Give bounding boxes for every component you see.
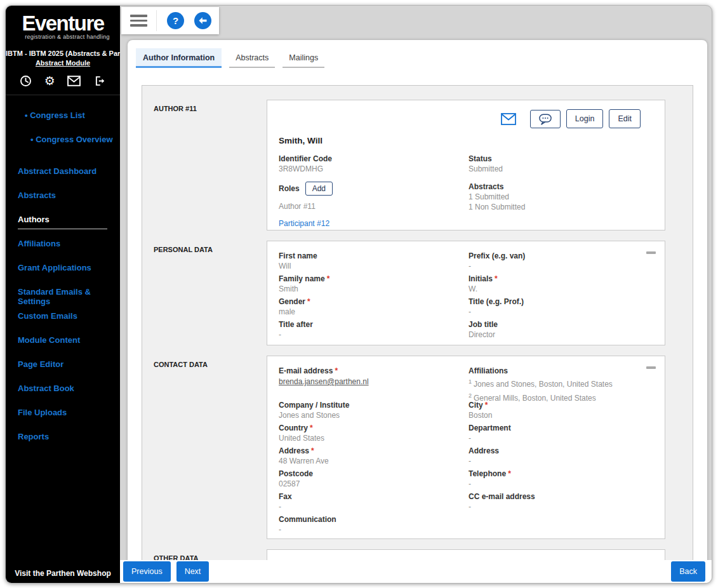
required-asterisk: * [335, 366, 338, 375]
field-country: Country* United States [279, 424, 469, 446]
tab-author-information[interactable]: Author Information [136, 48, 222, 68]
abstracts-label: Abstracts [469, 182, 653, 191]
section-heading-contact: CONTACT DATA [142, 356, 267, 539]
toolbar-divider [156, 10, 157, 31]
email-link[interactable]: brenda.jansen@parthen.nl [279, 377, 369, 386]
field-gender: Gender* male [279, 297, 469, 320]
field-cc-email: CC e-mail address* - [469, 492, 653, 515]
field-city: City* Boston [469, 401, 653, 424]
role-author-value: Author #11 [279, 202, 469, 211]
form-sections: AUTHOR #11 [142, 85, 693, 583]
contact-data-card: E-mail address* brenda.jansen@parthen.nl… [267, 356, 665, 539]
add-role-button[interactable]: Add [305, 182, 333, 196]
sidebar-item-authors[interactable]: Authors [6, 215, 120, 239]
affiliation-entry: 1Jones and Stones, Boston, United States [469, 377, 653, 389]
sidebar-item-module-content[interactable]: Module Content [6, 335, 120, 359]
app-window: Eventure registration & abstract handlin… [0, 0, 718, 588]
field-address: Address* 48 Warren Ave [279, 446, 469, 469]
field-company: Company / Institute* Jones and Stones [279, 401, 469, 424]
participant-link[interactable]: Participant #12 [279, 219, 329, 228]
identifier-code-label: Identifier Code [279, 154, 469, 163]
field-family-name: Family name* Smith [279, 274, 469, 297]
tab-bar: Author Information Abstracts Mailings [128, 40, 707, 68]
field-email: E-mail address* brenda.jansen@parthen.nl [279, 366, 469, 401]
tab-mailings[interactable]: Mailings [283, 48, 324, 68]
collapse-icon[interactable] [646, 366, 656, 369]
section-heading-author: AUTHOR #11 [142, 100, 267, 231]
field-job-title: Job title* Director [469, 320, 653, 343]
field-postcode: Postcode* 02587 [279, 469, 469, 492]
sidebar-item-grant-applications[interactable]: Grant Applications [6, 263, 120, 287]
sidebar-item-abstracts[interactable]: Abstracts [6, 190, 120, 215]
sidebar-nav: Abstract Dashboard Abstracts Authors Aff… [6, 166, 120, 456]
author-card: Login Edit Smith, Will Identifier Code 3… [267, 100, 665, 231]
sidebar-item-label: Authors [18, 215, 50, 224]
logo-block: Eventure registration & abstract handlin… [6, 6, 120, 40]
sidebar-item-standard-emails[interactable]: Standard Emails & Settings [6, 287, 120, 311]
field-prefix: Prefix (e.g. van)* - [469, 251, 653, 274]
author-right-column: Status Submitted Abstracts 1 Submitted 1… [469, 154, 653, 229]
edit-button[interactable]: Edit [609, 109, 641, 128]
login-button[interactable]: Login [566, 109, 604, 128]
sidebar-item-congress-overview[interactable]: Congress Overview [6, 135, 120, 159]
previous-button[interactable]: Previous [123, 561, 171, 582]
main-panel: Author Information Abstracts Mailings AU… [128, 40, 707, 583]
comment-button[interactable] [530, 110, 561, 128]
required-asterisk: * [495, 274, 498, 283]
field-title-after: Title after* - [279, 320, 469, 343]
required-asterisk: * [508, 469, 511, 478]
field-telephone: Telephone* - [469, 469, 653, 492]
field-department: Department* - [469, 424, 653, 446]
parthen-webshop-link[interactable]: Visit the Parthen Webshop [6, 569, 120, 578]
contact-data-section: CONTACT DATA E-mail address* brenda.jans… [142, 356, 693, 539]
author-name: Smith, Will [279, 136, 653, 145]
required-asterisk: * [327, 274, 330, 283]
abstracts-non-submitted: 1 Non Submitted [469, 203, 653, 211]
top-toolbar: ? [121, 7, 219, 34]
browser-window: Eventure registration & abstract handlin… [5, 5, 712, 584]
back-circle-button[interactable] [194, 12, 211, 29]
field-fax: Fax* - [279, 492, 469, 515]
next-button[interactable]: Next [176, 561, 209, 582]
collapse-icon[interactable] [646, 251, 656, 254]
congress-links: Congress List Congress Overview [6, 110, 120, 159]
field-address-2: Address* - [469, 446, 653, 469]
personal-data-section: PERSONAL DATA First name* Will Family na… [142, 241, 693, 345]
author-left-column: Identifier Code 3R8WDMHG Roles Add Autho… [279, 154, 469, 229]
back-button[interactable]: Back [671, 561, 705, 582]
sidebar-item-reports[interactable]: Reports [6, 432, 120, 456]
sidebar-item-affiliations[interactable]: Affiliations [6, 239, 120, 263]
sidebar-item-congress-list[interactable]: Congress List [6, 110, 120, 135]
sidebar-item-file-uploads[interactable]: File Uploads [6, 408, 120, 432]
abstract-module-link[interactable]: Abstract Module [6, 59, 120, 67]
required-asterisk: * [310, 424, 313, 432]
author-actions: Login Edit [279, 109, 653, 128]
identifier-code-value: 3R8WDMHG [279, 165, 469, 173]
help-icon: ? [173, 15, 178, 26]
sidebar-item-abstract-dashboard[interactable]: Abstract Dashboard [6, 166, 120, 190]
tab-abstracts[interactable]: Abstracts [229, 48, 275, 68]
sidebar-item-abstract-book[interactable]: Abstract Book [6, 384, 120, 408]
field-initials: Initials* W. [469, 274, 653, 297]
field-first-name: First name* Will [279, 251, 469, 274]
sidebar-item-custom-emails[interactable]: Custom Emails [6, 311, 120, 335]
field-affiliations: Affiliations 1Jones and Stones, Boston, … [469, 366, 653, 401]
help-button[interactable]: ? [167, 12, 184, 29]
required-asterisk: * [485, 401, 488, 410]
sign-out-icon[interactable] [93, 75, 106, 87]
back-arrow-icon [197, 15, 208, 26]
abstracts-submitted: 1 Submitted [469, 192, 653, 201]
required-asterisk: * [307, 297, 310, 306]
eventure-logo: Eventure [6, 12, 120, 35]
send-email-icon[interactable] [501, 113, 516, 125]
required-asterisk: * [311, 446, 314, 455]
gear-icon[interactable]: ⚙ [44, 75, 55, 87]
field-title-prof: Title (e.g. Prof.)* - [469, 297, 653, 320]
status-label: Status [469, 154, 653, 163]
envelope-icon[interactable] [67, 76, 81, 86]
menu-icon[interactable] [130, 15, 147, 27]
clock-icon[interactable] [20, 75, 32, 87]
congress-title: IBTM - IBTM 2025 (Abstracts & Par... [6, 50, 120, 57]
sidebar-item-page-editor[interactable]: Page Editor [6, 359, 120, 384]
sidebar: Eventure registration & abstract handlin… [6, 6, 120, 583]
